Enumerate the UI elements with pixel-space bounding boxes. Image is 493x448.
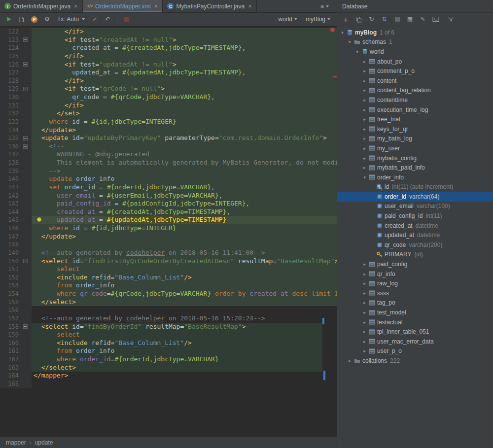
chevron-right-icon[interactable]: ▸ — [361, 107, 368, 112]
db-tree-node[interactable]: created_atdatetime — [337, 221, 493, 231]
code-line[interactable]: 129 <if test="qrCode != null"> — [0, 85, 337, 93]
code-line[interactable]: 151 select — [0, 265, 337, 274]
db-tree-node[interactable]: ▸paid_config — [337, 259, 493, 269]
code-line[interactable]: 148 — [0, 241, 337, 249]
chevron-right-icon[interactable]: ▸ — [361, 136, 368, 141]
code-line[interactable]: 159 select — [0, 331, 337, 339]
db-tree-node[interactable]: ▸comment_p_o — [337, 66, 493, 76]
code-line[interactable]: 136 <!-- — [0, 142, 337, 151]
code-line[interactable]: 131 </if> — [0, 102, 337, 110]
chevron-right-icon[interactable]: ▸ — [361, 291, 368, 296]
duplicate-icon[interactable] — [352, 14, 365, 25]
stop-red-icon[interactable] — [120, 14, 133, 25]
db-tree-node[interactable]: ▸testactual — [337, 317, 493, 327]
chevron-right-icon[interactable]: ▸ — [361, 69, 368, 73]
db-tree-node[interactable]: ▸collations222 — [337, 356, 493, 366]
code-line[interactable]: 161 from order_info — [0, 347, 337, 355]
chevron-right-icon[interactable]: ▸ — [347, 358, 353, 363]
chevron-right-icon[interactable]: ▸ — [361, 146, 368, 151]
code-line[interactable]: 155 </select> — [0, 298, 337, 307]
refresh-icon[interactable]: ↻ — [365, 14, 378, 25]
db-tree-node[interactable]: ▸free_trial — [337, 114, 493, 124]
chevron-right-icon[interactable]: ▸ — [361, 59, 368, 64]
run-icon[interactable] — [2, 14, 15, 25]
tabs-menu-slot[interactable]: ≡ — [313, 0, 337, 12]
code-line[interactable]: 150 <select id="findFirstByQrCodeOrderBy… — [0, 257, 337, 266]
db-tree-node[interactable]: ▸qr_info — [337, 269, 493, 279]
code-line[interactable]: 160 <include refid="Base_Column_List"/> — [0, 339, 337, 347]
db-tree-node[interactable]: ▸tag_po — [337, 298, 493, 308]
code-line[interactable]: 123 <if test="createdAt != null"> — [0, 36, 337, 44]
code-line[interactable]: 137 WARNING - @mbg.generated — [0, 150, 337, 159]
db-tree-node[interactable]: ▸tpl_inner_table_051 — [337, 327, 493, 337]
code-line[interactable]: 140 update order_info — [0, 175, 337, 183]
db-tree-node[interactable]: ▸content_tag_relation — [337, 86, 493, 96]
chevron-right-icon[interactable]: ▸ — [361, 88, 368, 93]
chevron-right-icon[interactable]: ▸ — [361, 339, 368, 344]
p-badge-icon[interactable]: P — [28, 14, 40, 25]
editor-tab[interactable]: </>OrderInfoMapper.xml× — [83, 0, 163, 12]
chevron-right-icon[interactable]: ▸ — [361, 78, 368, 83]
chevron-right-icon[interactable]: ▸ — [361, 262, 368, 267]
db-tree-node[interactable]: ▸test_model — [337, 308, 493, 317]
code-line[interactable]: 141 set order_id = #{orderId,jdbcType=VA… — [0, 183, 337, 192]
chevron-right-icon[interactable]: ▸ — [361, 98, 368, 103]
code-line[interactable]: 147 </update> — [0, 233, 337, 241]
close-tab-icon[interactable]: × — [248, 3, 252, 9]
chevron-down-icon[interactable]: ▾ — [339, 30, 346, 35]
editor-tab[interactable]: IOrderInfoMapper.java× — [0, 0, 83, 12]
code-line[interactable]: 125 </if> — [0, 52, 337, 61]
datasource-selector[interactable]: myBlog — [302, 16, 334, 23]
fold-icon[interactable] — [23, 259, 28, 263]
filter-icon[interactable] — [445, 14, 457, 25]
rollback-icon[interactable]: ↶ — [102, 14, 114, 25]
code-line[interactable]: 126 <if test="updatedAt != null"> — [0, 61, 337, 69]
error-indicator-icon[interactable] — [330, 28, 335, 32]
code-line[interactable]: 143 paid_config_id = #{paidConfigId,jdbc… — [0, 200, 337, 208]
db-tree-node[interactable]: ▸keys_for_qr — [337, 124, 493, 134]
code-line[interactable]: 146 where id = #{id,jdbcType=INTEGER} — [0, 224, 337, 233]
db-tree-node[interactable]: ▾order_info — [337, 172, 493, 182]
db-tree-node[interactable]: updated_atdatetime — [337, 230, 493, 240]
db-tree-node[interactable]: ▾world — [337, 47, 493, 57]
code-line[interactable]: 138 This element is automatically genera… — [0, 159, 337, 167]
fold-icon[interactable] — [23, 324, 28, 329]
db-tree-node[interactable]: qr_codevarchar(200) — [337, 240, 493, 250]
close-tab-icon[interactable]: × — [74, 3, 78, 9]
error-stripe-mark[interactable] — [333, 76, 337, 77]
code-editor[interactable]: 122 </if>123 <if test="createdAt != null… — [0, 26, 337, 437]
close-tab-icon[interactable]: × — [154, 3, 158, 9]
chevron-right-icon[interactable]: ▸ — [361, 329, 368, 334]
chevron-right-icon[interactable]: ▸ — [361, 348, 368, 353]
db-tree-node[interactable]: ▸user_mac_error_data — [337, 337, 493, 346]
chevron-right-icon[interactable]: ▸ — [361, 117, 368, 122]
db-tree-node[interactable]: ▸raw_log — [337, 278, 493, 288]
db-tree-node[interactable]: idint(11) (auto increment) — [337, 182, 493, 192]
code-line[interactable]: 139 --> — [0, 167, 337, 175]
schema-selector[interactable]: world — [274, 16, 301, 23]
code-line[interactable]: 142 user_email = #{userEmail,jdbcType=VA… — [0, 192, 337, 200]
chevron-right-icon[interactable]: ▸ — [361, 127, 368, 132]
chevron-right-icon[interactable]: ▸ — [361, 300, 368, 305]
db-tree-node[interactable]: ▾myBlog1 of 6 — [337, 28, 493, 37]
chevron-right-icon[interactable]: ▸ — [361, 310, 368, 315]
code-line[interactable]: 124 created_at = #{createdAt,jdbcType=TI… — [0, 44, 337, 52]
db-tree-node[interactable]: ▸about_po — [337, 57, 493, 67]
code-line[interactable]: 156 — [0, 306, 337, 314]
db-tree-node[interactable]: user_emailvarchar(100) — [337, 202, 493, 211]
db-tree-node[interactable]: ▸execution_time_log — [337, 105, 493, 115]
chevron-down-icon[interactable]: ▾ — [361, 175, 368, 180]
code-line[interactable]: 128 </if> — [0, 77, 337, 85]
code-line[interactable]: 122 </if> — [0, 28, 337, 36]
edit-icon[interactable]: ✎ — [417, 14, 429, 25]
code-line[interactable]: 157 <!--auto generated by codehelper on … — [0, 314, 337, 323]
chevron-right-icon[interactable]: ▸ — [361, 165, 368, 170]
chevron-right-icon[interactable]: ▸ — [361, 281, 368, 286]
code-line[interactable]: 149 <!--auto generated by codehelper on … — [0, 249, 337, 257]
db-tree-node[interactable]: ▸mybatis_paid_info — [337, 163, 493, 172]
db-tree-node[interactable]: PRIMARY(id) — [337, 250, 493, 260]
database-panel-header[interactable]: Database — [337, 0, 493, 13]
commit-icon[interactable]: ✓ — [89, 14, 101, 25]
code-line[interactable]: 133 where id = #{id,jdbcType=INTEGER} — [0, 118, 337, 126]
db-tree-node[interactable]: ▸content — [337, 76, 493, 86]
